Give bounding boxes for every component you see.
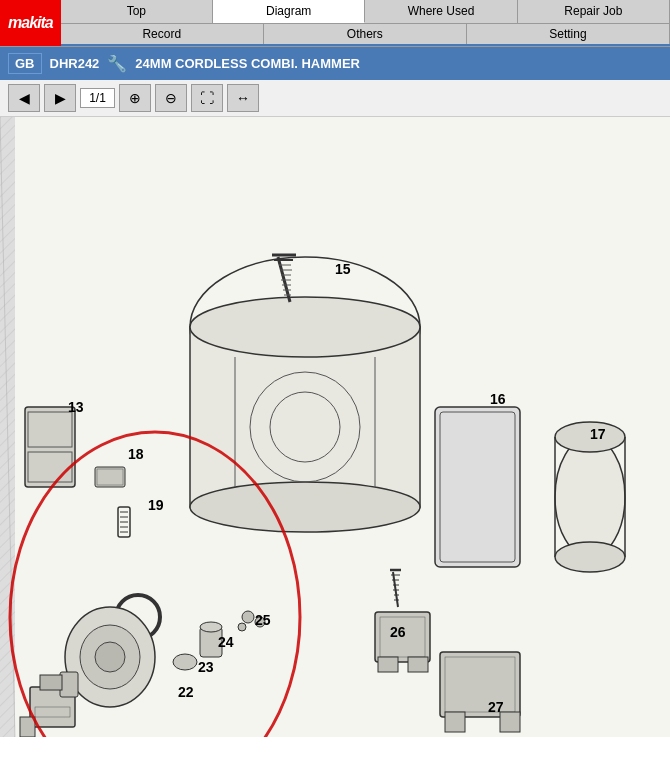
logo-area: makita [0, 0, 61, 46]
svg-rect-59 [408, 657, 428, 672]
prev-button[interactable]: ◀ [8, 84, 40, 112]
next-button[interactable]: ▶ [44, 84, 76, 112]
zoom-in-icon: ⊕ [129, 90, 141, 106]
zoom-in-button[interactable]: ⊕ [119, 84, 151, 112]
tab-record[interactable]: Record [61, 24, 264, 44]
svg-rect-58 [378, 657, 398, 672]
header-bar: GB DHR242 🔧 24MM CORDLESS COMBI. HAMMER [0, 47, 670, 80]
tab-top[interactable]: Top [61, 0, 213, 23]
zoom-out-button[interactable]: ⊖ [155, 84, 187, 112]
zoom-out-icon: ⊖ [165, 90, 177, 106]
svg-rect-49 [40, 675, 62, 690]
product-title: 24MM CORDLESS COMBI. HAMMER [135, 56, 360, 71]
svg-text:27: 27 [488, 699, 504, 715]
svg-text:24: 24 [218, 634, 234, 650]
svg-text:23: 23 [198, 659, 214, 675]
svg-rect-43 [20, 717, 35, 737]
expand-icon: ↔ [236, 90, 250, 106]
tab-repair-job[interactable]: Repair Job [518, 0, 670, 23]
svg-text:18: 18 [128, 446, 144, 462]
svg-rect-33 [95, 467, 125, 487]
svg-point-19 [555, 542, 625, 572]
makita-logo: makita [8, 14, 53, 32]
expand-button[interactable]: ↔ [227, 84, 259, 112]
svg-text:16: 16 [490, 391, 506, 407]
model-label: DHR242 [50, 56, 100, 71]
fit-icon: ⛶ [200, 90, 214, 106]
second-nav: Record Others Setting [61, 24, 670, 46]
svg-point-47 [95, 642, 125, 672]
tab-where-used[interactable]: Where Used [365, 0, 517, 23]
svg-point-15 [555, 437, 625, 557]
parts-diagram: 13 15 16 17 18 19 20 21 22 23 24 25 26 2… [0, 117, 670, 737]
svg-rect-63 [500, 712, 520, 732]
page-info: 1/1 [80, 88, 115, 108]
svg-text:22: 22 [178, 684, 194, 700]
svg-text:17: 17 [590, 426, 606, 442]
svg-rect-48 [60, 672, 78, 697]
svg-point-52 [200, 622, 222, 632]
svg-text:26: 26 [390, 624, 406, 640]
svg-point-53 [242, 611, 254, 623]
svg-text:19: 19 [148, 497, 164, 513]
svg-point-55 [238, 623, 246, 631]
top-nav: Top Diagram Where Used Repair Job [61, 0, 670, 24]
tool-icon: 🔧 [107, 54, 127, 73]
svg-point-8 [190, 482, 420, 532]
prev-icon: ◀ [19, 90, 30, 106]
tab-diagram[interactable]: Diagram [213, 0, 365, 23]
svg-rect-62 [445, 712, 465, 732]
svg-text:15: 15 [335, 261, 351, 277]
svg-rect-13 [435, 407, 520, 567]
tab-setting[interactable]: Setting [467, 24, 670, 44]
diagram-area: 13 15 16 17 18 19 20 21 22 23 24 25 26 2… [0, 117, 670, 737]
next-icon: ▶ [55, 90, 66, 106]
svg-point-50 [173, 654, 197, 670]
svg-point-6 [190, 297, 420, 357]
tab-others[interactable]: Others [264, 24, 467, 44]
svg-text:13: 13 [68, 399, 84, 415]
toolbar: ◀ ▶ 1/1 ⊕ ⊖ ⛶ ↔ [0, 80, 670, 117]
svg-text:25: 25 [255, 612, 271, 628]
fit-button[interactable]: ⛶ [191, 84, 223, 112]
svg-rect-60 [440, 652, 520, 717]
region-label: GB [8, 53, 42, 74]
